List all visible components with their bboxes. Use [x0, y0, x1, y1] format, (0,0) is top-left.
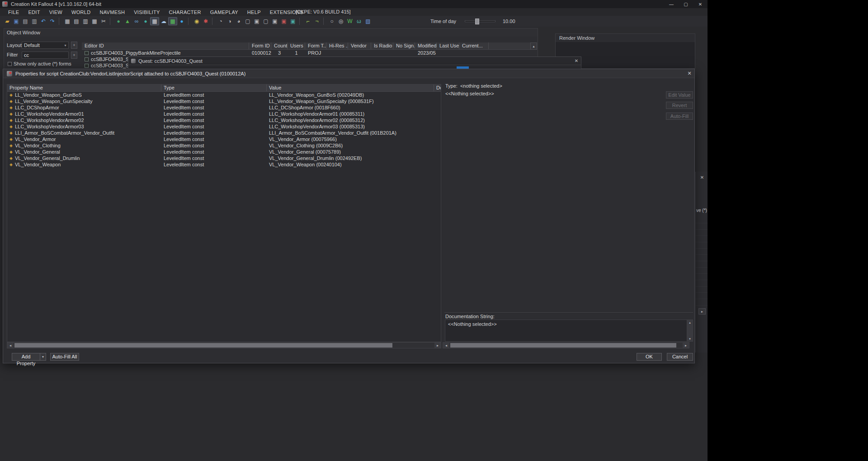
menu-item[interactable]: VISIBILITY: [129, 9, 164, 15]
menu-item[interactable]: EDIT: [24, 9, 44, 15]
scroll-right-icon[interactable]: ▸: [683, 343, 689, 348]
column-header-is-radio[interactable]: Is Radio: [371, 42, 393, 49]
menu-item[interactable]: NAVMESH: [95, 9, 129, 15]
column-header-vendor[interactable]: Vendor: [348, 42, 371, 49]
quest-close-button[interactable]: ✕: [572, 58, 581, 63]
link-icon[interactable]: ∞: [132, 17, 141, 25]
scroll-up-icon[interactable]: ▴: [689, 320, 691, 325]
auto-fill-button[interactable]: Auto-Fill: [666, 113, 693, 120]
property-row[interactable]: ◈ LL_Vendor_Weapon_GunBoS LeveledItem co…: [7, 92, 441, 98]
property-row[interactable]: ◈ LLI_Armor_BoSCombatArmor_Vendor_Outfit…: [7, 130, 441, 136]
window-cascade-icon[interactable]: ▣: [270, 17, 279, 25]
ok-button[interactable]: OK: [637, 353, 662, 361]
hazard-icon[interactable]: ✱: [201, 17, 210, 25]
form-checkbox[interactable]: [85, 64, 89, 68]
property-row[interactable]: ◈ LLC_WorkshopVendorArmor01 LeveledItem …: [7, 111, 441, 117]
open-icon[interactable]: ▰: [3, 17, 12, 25]
auto-fill-all-button[interactable]: Auto-Fill All: [50, 353, 79, 361]
menu-item[interactable]: FILE: [4, 9, 24, 15]
matswap-icon[interactable]: W: [345, 17, 354, 25]
omega-icon[interactable]: ω: [354, 17, 363, 25]
scrollbar-track[interactable]: [14, 343, 434, 348]
menu-item[interactable]: WORLD: [67, 9, 95, 15]
property-row[interactable]: ◈ VL_Vendor_General LeveledItem const VL…: [7, 149, 441, 155]
undo-icon[interactable]: ↶: [39, 17, 48, 25]
cloud-icon[interactable]: ☁: [159, 17, 168, 25]
show-active-checkbox[interactable]: [8, 62, 12, 66]
column-header-form-id[interactable]: Form ID: [249, 42, 271, 49]
property-row[interactable]: ◈ VL_Vendor_General_Drumlin LeveledItem …: [7, 155, 441, 161]
circle-outline-icon[interactable]: ○: [327, 17, 336, 25]
filter-extra-button[interactable]: +: [71, 52, 77, 59]
property-row[interactable]: ◈ VL_Vendor_Clothing LeveledItem const V…: [7, 142, 441, 149]
scroll-up-icon[interactable]: ▴: [530, 42, 537, 50]
property-row[interactable]: ◈ LLC_WorkshopVendorArmor02 LeveledItem …: [7, 117, 441, 123]
column-header-type[interactable]: Type: [161, 85, 267, 91]
column-header-property-name[interactable]: Property Name: [7, 85, 161, 91]
property-row[interactable]: ◈ LLC_DCShopArmor LeveledItem const LLC_…: [7, 104, 441, 111]
redo-icon[interactable]: ↷: [48, 17, 57, 25]
window-grid-icon[interactable]: ▢: [243, 17, 252, 25]
menu-item[interactable]: CHARACTER: [165, 9, 206, 15]
column-header-editor-id[interactable]: Editor ID: [82, 42, 249, 49]
layout-extra-button[interactable]: +: [71, 42, 77, 49]
package-icon[interactable]: ▤: [72, 17, 81, 25]
scrollbar-track[interactable]: [449, 343, 683, 348]
quest-icon[interactable]: ▥: [81, 17, 90, 25]
slider-thumb[interactable]: [475, 19, 479, 24]
navmesh-icon[interactable]: ▦: [168, 17, 177, 25]
landscape-icon[interactable]: ▲: [123, 17, 132, 25]
add-property-dropdown-icon[interactable]: ▾: [40, 353, 46, 361]
target-icon[interactable]: ◎: [336, 17, 345, 25]
menu-item[interactable]: HELP: [243, 9, 265, 15]
cut-icon[interactable]: ✂: [99, 17, 108, 25]
sound-icon[interactable]: ◉: [192, 17, 201, 25]
doc-vertical-scrollbar[interactable]: ▴ ▾: [687, 320, 693, 341]
scroll-left-icon[interactable]: ◂: [443, 343, 449, 348]
sphere-quarter-icon[interactable]: ◔: [216, 17, 225, 25]
layout-dropdown[interactable]: Default ▾: [22, 42, 69, 49]
column-header-no-sign[interactable]: No Sign...: [393, 42, 415, 49]
cancel-button[interactable]: Cancel: [667, 353, 693, 361]
cells-icon[interactable]: ▦: [90, 17, 99, 25]
layers-icon[interactable]: ▧: [363, 17, 373, 25]
quest-window-titlebar[interactable]: Quest: ccSBJFO4003_Quest ✕: [128, 57, 581, 65]
form-checkbox[interactable]: [85, 51, 89, 55]
grid-horizontal-scrollbar[interactable]: ◂ ▸: [7, 342, 441, 348]
sky-marker-icon[interactable]: ▣: [288, 17, 297, 25]
filter-input[interactable]: [22, 52, 69, 59]
property-row[interactable]: ◈ VL_Vendor_Weapon LeveledItem const VL_…: [7, 161, 441, 168]
time-of-day-slider[interactable]: [465, 20, 495, 22]
table-row[interactable]: ccSBJFO4003_PiggyBankMineProjectile 0100…: [82, 50, 530, 56]
property-row[interactable]: ◈ LLC_WorkshopVendorArmor03 LeveledItem …: [7, 123, 441, 130]
column-header-value[interactable]: Value: [267, 85, 434, 91]
minimize-button[interactable]: —: [664, 0, 679, 8]
preferences-icon[interactable]: ▤: [21, 17, 30, 25]
water-icon[interactable]: ●: [177, 17, 186, 25]
column-header-form-type[interactable]: Form T...: [305, 42, 326, 49]
world-icon[interactable]: ●: [114, 17, 123, 25]
bracket-open-icon[interactable]: ⌐: [303, 17, 312, 25]
scrollbar-thumb[interactable]: [450, 343, 676, 348]
scroll-left-icon[interactable]: ◂: [7, 343, 14, 348]
add-property-button[interactable]: Add Property: [12, 353, 40, 361]
window-dock-icon[interactable]: ▣: [252, 17, 261, 25]
menu-item[interactable]: VIEW: [45, 9, 67, 15]
close-button[interactable]: ✕: [693, 0, 708, 8]
column-header-users[interactable]: Users: [288, 42, 305, 49]
column-header-doc[interactable]: Do: [434, 85, 441, 91]
ocean-icon[interactable]: ●: [141, 17, 150, 25]
revert-button[interactable]: Revert: [666, 102, 693, 109]
light-marker-icon[interactable]: ▣: [279, 17, 288, 25]
cell-view-close-button[interactable]: ✕: [698, 174, 706, 180]
scroll-right-icon[interactable]: ▸: [434, 343, 441, 348]
window-tile-icon[interactable]: ▢: [261, 17, 270, 25]
dialog-titlebar[interactable]: Properties for script CreationClub:Vendo…: [3, 69, 694, 78]
column-header-count[interactable]: Count: [271, 42, 288, 49]
documentation-textarea[interactable]: <<Nothing selected>> ▴ ▾: [445, 320, 693, 342]
sphere-threequarter-icon[interactable]: ◕: [234, 17, 243, 25]
scroll-down-icon[interactable]: ▾: [689, 336, 691, 341]
bracket-close-icon[interactable]: ¬: [312, 17, 321, 25]
menu-item[interactable]: GAMEPLAY: [206, 9, 243, 15]
dialog-close-button[interactable]: ✕: [684, 71, 694, 76]
